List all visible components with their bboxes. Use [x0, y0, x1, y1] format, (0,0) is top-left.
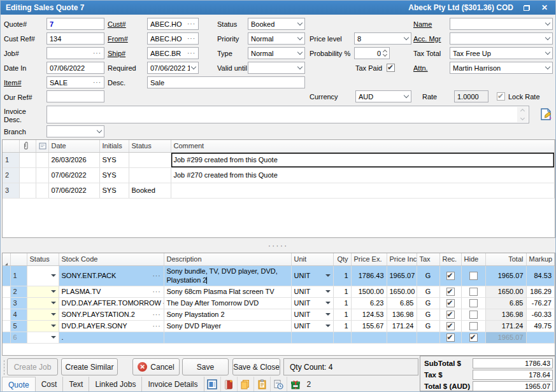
- cust-number-label[interactable]: Cust#: [108, 20, 126, 28]
- create-similar-button[interactable]: Create Similar: [61, 358, 118, 375]
- scrollbar[interactable]: [517, 107, 528, 122]
- item-row[interactable]: 4 SONY.PLAYSTATION.2··· Sony Playstation…: [3, 309, 555, 320]
- job-number-field[interactable]: ···: [46, 47, 104, 59]
- grid-corner-selector[interactable]: [3, 253, 10, 265]
- ellipsis-button[interactable]: ···: [187, 20, 196, 27]
- comments-header-date[interactable]: Date: [48, 140, 99, 152]
- clipboard-icon[interactable]: [254, 377, 271, 392]
- tab-linked-jobs[interactable]: Linked Jobs: [89, 377, 142, 392]
- ellipsis-button[interactable]: ···: [187, 50, 196, 57]
- comment-row[interactable]: 1 26/03/2026 SYS Job #299 created from t…: [3, 152, 555, 167]
- cust-number-field[interactable]: ABEC.HO···: [147, 18, 199, 30]
- hide-checkbox[interactable]: [469, 311, 478, 319]
- item-row[interactable]: 2 PLASMA.TV··· Sony 68cm Plasma Flat scr…: [3, 286, 555, 297]
- currency-select[interactable]: AUD: [355, 90, 411, 102]
- items-header-rec[interactable]: Rec.: [439, 253, 461, 265]
- items-header-status[interactable]: Status: [27, 253, 59, 265]
- item-row[interactable]: 5 DVD.PLAYER.SONY··· Sony DVD Player UNI…: [3, 320, 555, 332]
- items-header-price-inc[interactable]: Price Inc.: [387, 253, 417, 265]
- hide-checkbox[interactable]: [469, 322, 478, 330]
- tax-total-select[interactable]: Tax Free Up: [450, 47, 553, 59]
- desc-cell-editing[interactable]: Sony bundle, TV, DVD player, DVD, Playst…: [164, 265, 291, 286]
- items-header-qty[interactable]: Qty: [333, 253, 351, 265]
- comments-header-status[interactable]: Status: [129, 140, 171, 152]
- name-select[interactable]: [450, 18, 553, 30]
- focused-comment-cell[interactable]: Job #299 created from this Quote: [171, 152, 555, 167]
- ellipsis-button[interactable]: ···: [153, 323, 161, 330]
- tab-cost[interactable]: Cost: [36, 377, 64, 392]
- items-header-price-ex[interactable]: Price Ex.: [351, 253, 387, 265]
- comment-row[interactable]: 3 07/06/2022 SYS Booked: [3, 183, 555, 198]
- items-header-unit[interactable]: Unit: [291, 253, 333, 265]
- tab-invoice-details[interactable]: Invoice Details: [142, 377, 204, 392]
- type-select[interactable]: Normal: [248, 47, 305, 59]
- ellipsis-button[interactable]: ···: [153, 288, 161, 295]
- rec-checkbox[interactable]: [446, 311, 455, 319]
- ellipsis-button[interactable]: ···: [153, 311, 161, 318]
- items-header-total[interactable]: Total: [485, 253, 526, 265]
- hide-checkbox[interactable]: [469, 333, 478, 342]
- cancel-button[interactable]: ✕Cancel: [132, 358, 180, 375]
- cust-ref-field[interactable]: 134: [46, 32, 104, 45]
- edit-note-icon[interactable]: [539, 108, 552, 121]
- from-number-field[interactable]: ABEC.HO···: [147, 32, 199, 45]
- restore-icon[interactable]: [520, 2, 534, 13]
- item-row[interactable]: 3 DVD.DAY.AFTER.TOMORROW··· The Day Afte…: [3, 297, 555, 309]
- items-header-markup[interactable]: Markup %: [526, 253, 555, 265]
- quote-number-field[interactable]: 7: [46, 18, 104, 30]
- status-dropdown-cell[interactable]: [27, 297, 59, 309]
- rec-checkbox[interactable]: [446, 333, 455, 342]
- comments-header-initials[interactable]: Initials: [99, 140, 129, 152]
- comment-row[interactable]: 2 07/06/2022 SYS Job #270 created from t…: [3, 167, 555, 183]
- save-close-button[interactable]: Save & Close: [232, 358, 280, 375]
- status-dropdown-cell[interactable]: [27, 286, 59, 297]
- status-dropdown-cell[interactable]: [27, 320, 59, 332]
- items-header-desc[interactable]: Description: [164, 253, 291, 265]
- rec-checkbox[interactable]: [446, 272, 455, 280]
- attn-label[interactable]: Attn.: [413, 64, 428, 72]
- report-icon[interactable]: [204, 377, 221, 392]
- acc-mgr-select[interactable]: [450, 32, 553, 45]
- comments-header-comment[interactable]: Comment: [171, 140, 555, 152]
- our-ref-field[interactable]: [46, 90, 104, 102]
- ship-number-label[interactable]: Ship#: [108, 50, 125, 57]
- hide-checkbox[interactable]: [469, 288, 478, 296]
- ellipsis-button[interactable]: ···: [153, 272, 161, 279]
- status-dropdown-cell[interactable]: [27, 309, 59, 320]
- rec-checkbox[interactable]: [446, 288, 455, 296]
- status-dropdown-cell[interactable]: [27, 332, 59, 343]
- history-icon[interactable]: [271, 377, 287, 392]
- rec-checkbox[interactable]: [446, 299, 455, 307]
- tab-text[interactable]: Text: [63, 377, 89, 392]
- ship-number-field[interactable]: ABEC.BR···: [147, 47, 199, 59]
- invoice-desc-textarea[interactable]: [46, 106, 529, 123]
- spinner-icons[interactable]: [383, 50, 387, 56]
- tax-paid-checkbox[interactable]: [387, 64, 395, 72]
- ellipsis-button[interactable]: ···: [93, 79, 101, 86]
- items-header-stock[interactable]: Stock Code: [59, 253, 164, 265]
- priority-select[interactable]: Normal: [248, 32, 305, 45]
- date-in-field[interactable]: 07/06/2022: [46, 62, 104, 74]
- item-row-selected[interactable]: 1 SONY.ENT.PACK··· Sony bundle, TV, DVD …: [3, 265, 555, 286]
- status-select[interactable]: Booked: [248, 18, 305, 30]
- gift-icon[interactable]: [287, 377, 304, 392]
- item-number-field[interactable]: SALE···: [46, 76, 104, 88]
- name-label[interactable]: Name: [413, 20, 432, 28]
- required-field[interactable]: 07/06/2022 11: [147, 62, 199, 74]
- rec-checkbox[interactable]: [446, 322, 455, 330]
- hide-checkbox[interactable]: [469, 299, 478, 307]
- contacts-book-icon[interactable]: [221, 377, 238, 392]
- tab-quote[interactable]: Quote: [2, 377, 36, 392]
- close-icon[interactable]: ✕: [538, 2, 552, 13]
- items-header-hide[interactable]: Hide: [461, 253, 485, 265]
- lock-rate-checkbox[interactable]: [497, 92, 505, 101]
- price-level-select[interactable]: 8: [354, 32, 411, 45]
- from-number-label[interactable]: From#: [108, 35, 128, 43]
- ellipsis-button[interactable]: ···: [187, 35, 196, 42]
- splitter-handle[interactable]: ·····: [1, 238, 555, 253]
- ellipsis-button[interactable]: ···: [93, 50, 101, 57]
- probability-stepper[interactable]: 0: [354, 47, 390, 59]
- desc-field[interactable]: Sale: [147, 76, 305, 88]
- create-job-button[interactable]: Create Job: [7, 358, 58, 375]
- item-number-label[interactable]: Item#: [4, 79, 22, 87]
